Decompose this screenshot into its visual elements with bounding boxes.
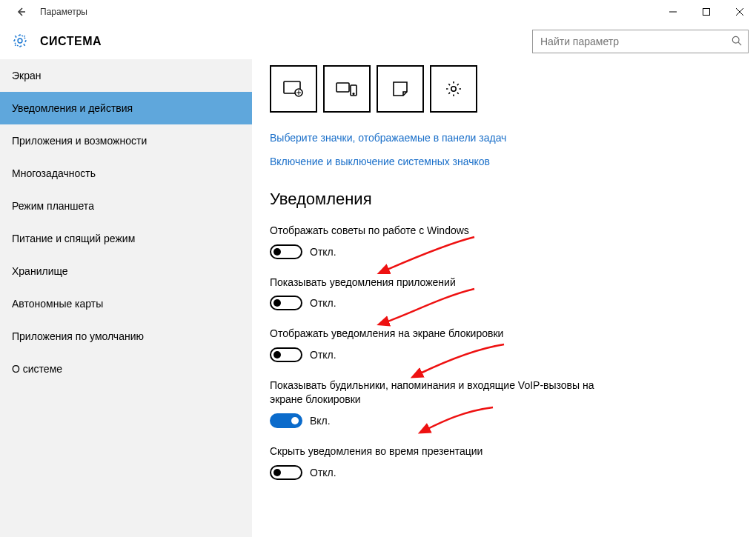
content-area: Выберите значки, отображаемые в панели з… [252, 59, 756, 537]
toggle-state: Откл. [310, 349, 336, 361]
svg-rect-1 [703, 9, 709, 16]
svg-point-13 [451, 87, 456, 91]
toggle-label: Показывать уведомления приложений [270, 276, 596, 290]
toggle-knob [273, 299, 281, 307]
toggle-app-notifications: Показывать уведомления приложений Откл. [270, 276, 596, 311]
toggle-alarms-voip-lockscreen: Показывать будильники, напоминания и вхо… [270, 378, 596, 428]
sidebar-item-label: Хранилище [12, 265, 68, 277]
sidebar-item-default-apps[interactable]: Приложения по умолчанию [0, 320, 252, 353]
connect-icon [336, 81, 358, 97]
sidebar-item-about[interactable]: О системе [0, 353, 252, 385]
back-arrow-icon [15, 6, 27, 18]
link-label: Выберите значки, отображаемые в панели з… [270, 132, 506, 144]
gear-icon [12, 33, 28, 51]
quick-tile-connect[interactable] [323, 65, 371, 113]
link-taskbar-icons[interactable]: Выберите значки, отображаемые в панели з… [270, 132, 738, 144]
search-icon [732, 36, 742, 48]
sidebar-item-tablet-mode[interactable]: Режим планшета [0, 190, 252, 222]
body: Экран Уведомления и действия Приложения … [0, 59, 756, 537]
sidebar: Экран Уведомления и действия Приложения … [0, 59, 252, 537]
svg-point-5 [15, 35, 26, 46]
sidebar-item-label: Автономные карты [12, 298, 103, 310]
link-system-icons[interactable]: Включение и выключение системных значков [270, 156, 738, 167]
toggle-windows-tips: Отображать советы по работе с Windows От… [270, 224, 596, 259]
notifications-heading: Уведомления [270, 190, 738, 209]
svg-point-4 [18, 39, 22, 43]
toggle-state: Вкл. [310, 415, 331, 427]
content-scroll[interactable]: Выберите значки, отображаемые в панели з… [252, 59, 756, 537]
sidebar-item-label: Уведомления и действия [12, 102, 133, 114]
window-controls [656, 0, 756, 24]
link-label: Включение и выключение системных значков [270, 156, 490, 167]
toggle-switch[interactable] [270, 413, 302, 428]
toggle-knob [273, 469, 281, 476]
toggle-hide-during-presentation: Скрыть уведомления во время презентации … [270, 444, 596, 480]
search-input[interactable] [539, 35, 732, 48]
toggle-label: Показывать будильники, напоминания и вхо… [270, 378, 596, 407]
toggle-label: Отображать уведомления на экране блокиро… [270, 327, 596, 341]
quick-tile-tablet-mode[interactable] [270, 65, 317, 113]
sidebar-item-notifications[interactable]: Уведомления и действия [0, 92, 252, 124]
titlebar: Параметры [0, 0, 756, 24]
sidebar-item-apps-features[interactable]: Приложения и возможности [0, 124, 252, 157]
sidebar-item-display[interactable]: Экран [0, 59, 252, 92]
toggle-label: Отображать советы по работе с Windows [270, 224, 596, 239]
tablet-mode-icon [283, 81, 304, 97]
minimize-button[interactable] [656, 0, 689, 24]
quick-tile-note[interactable] [377, 65, 424, 113]
settings-icon [445, 80, 462, 98]
toggle-label: Скрыть уведомления во время презентации [270, 444, 596, 459]
header: СИСТЕМА [0, 24, 756, 59]
sidebar-item-label: Питание и спящий режим [12, 233, 135, 244]
note-icon [392, 81, 408, 97]
sidebar-item-label: Экран [12, 70, 42, 81]
toggle-state: Откл. [310, 467, 336, 478]
close-icon [736, 8, 743, 16]
quick-tile-settings[interactable] [430, 65, 477, 113]
sidebar-item-label: Многозадачность [12, 167, 96, 179]
maximize-icon [703, 8, 710, 16]
toggle-switch[interactable] [270, 296, 302, 310]
maximize-button[interactable] [689, 0, 723, 24]
sidebar-item-offline-maps[interactable]: Автономные карты [0, 287, 252, 320]
svg-point-6 [732, 36, 739, 43]
toggle-state: Откл. [310, 297, 336, 309]
toggle-switch[interactable] [270, 347, 302, 362]
sidebar-item-storage[interactable]: Хранилище [0, 255, 252, 287]
sidebar-item-label: Режим планшета [12, 200, 94, 212]
minimize-icon [669, 8, 677, 16]
toggle-switch[interactable] [270, 244, 302, 259]
back-button[interactable] [6, 0, 36, 24]
page-title: СИСТЕМА [40, 35, 102, 48]
sidebar-item-multitasking[interactable]: Многозадачность [0, 157, 252, 190]
toggle-knob [273, 351, 281, 358]
window-title: Параметры [36, 7, 87, 17]
sidebar-item-power-sleep[interactable]: Питание и спящий режим [0, 222, 252, 255]
sidebar-item-label: Приложения и возможности [12, 135, 147, 147]
svg-point-12 [353, 93, 354, 95]
toggle-lockscreen-notifications: Отображать уведомления на экране блокиро… [270, 327, 596, 362]
toggle-state: Откл. [310, 246, 336, 258]
search-box[interactable] [532, 30, 749, 53]
svg-rect-10 [336, 83, 349, 92]
toggle-knob [273, 248, 281, 256]
sidebar-item-label: Приложения по умолчанию [12, 330, 144, 342]
sidebar-item-label: О системе [12, 363, 62, 375]
toggle-switch[interactable] [270, 465, 302, 480]
svg-line-7 [738, 42, 741, 45]
toggle-knob [291, 417, 299, 424]
quick-actions-row [270, 65, 738, 113]
close-button[interactable] [723, 0, 756, 24]
